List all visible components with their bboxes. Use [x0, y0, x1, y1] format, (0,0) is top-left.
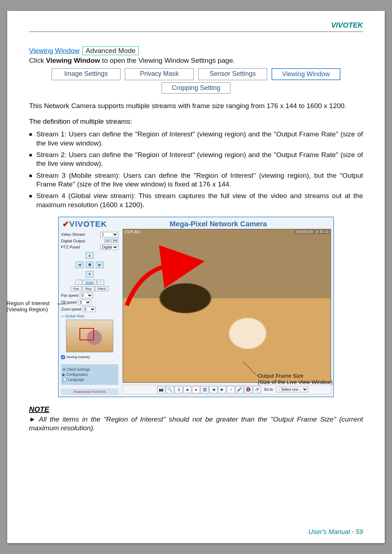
brand: VIVOTEK: [331, 21, 363, 29]
definition-title: The definition of multiple streams:: [29, 118, 363, 126]
ptz-home-button[interactable]: ⬢: [86, 262, 94, 268]
manual-page: VIVOTEK Viewing Window Advanced Mode Cli…: [7, 11, 385, 543]
camera-title: Mega-Pixel Network Camera: [107, 220, 330, 228]
mute-button[interactable]: 🔇: [244, 386, 252, 393]
menu-language[interactable]: 💬 Language: [62, 378, 117, 382]
camera-sidebar: Video Stream 1 Digital Output On Off PTZ…: [59, 229, 121, 397]
note-body: All the items in the "Region of Interest…: [29, 415, 363, 432]
viewing-window-link[interactable]: Viewing Window: [29, 47, 79, 55]
zoom-out-button[interactable]: −: [75, 280, 82, 285]
roi-indicator[interactable]: [79, 328, 94, 340]
image-button[interactable]: 🖼: [201, 386, 209, 393]
moving-instantly-checkbox[interactable]: Moving Instantly: [61, 355, 118, 359]
goto-select[interactable]: -- Select one --: [276, 387, 308, 392]
note-heading: NOTE: [29, 405, 363, 414]
instruction-line: Click Viewing Window to open the Viewing…: [29, 57, 363, 65]
tab-image-settings[interactable]: Image Settings: [52, 68, 121, 80]
zoom-label: Zoom: [83, 280, 96, 285]
zoom-in-button[interactable]: +: [97, 280, 104, 285]
ptz-left-button[interactable]: ◀: [75, 262, 83, 268]
stream-protocol-badge: (TCP-AV): [124, 230, 140, 234]
snapshot-button[interactable]: 📷: [157, 386, 165, 393]
record-button[interactable]: ●: [192, 386, 200, 393]
goto-label: Go to: [264, 387, 273, 391]
instruction-pre: Click: [29, 57, 46, 64]
roi-arrow-icon: [127, 255, 185, 311]
video-stream-label: Video Stream: [61, 232, 85, 237]
camera-main-view: (TCP-AV) 2009/05/08 18:45:43 📷 🔍 ⏸ ■: [121, 229, 333, 397]
next-button[interactable]: ▶: [218, 386, 226, 393]
stream-definitions: Stream 1: Users can define the "Region o…: [29, 127, 363, 209]
moving-instantly-label: Moving Instantly: [66, 355, 90, 359]
ptz-right-button[interactable]: ▶: [96, 262, 104, 268]
page-header: VIVOTEK: [29, 21, 363, 32]
global-view-label: ⤾ Global View:: [61, 314, 118, 318]
mic-button[interactable]: 🎤: [236, 386, 244, 393]
stream-3-def: Stream 3 (Mobile stream): Users can defi…: [29, 171, 363, 189]
moving-instantly-input[interactable]: [61, 355, 65, 359]
ptz-panel-select[interactable]: Digital: [100, 245, 118, 250]
ptz-up-button[interactable]: ▲: [86, 252, 94, 259]
ptz-down-button[interactable]: ▼: [86, 271, 94, 278]
settings-tabs: Image Settings Privacy Mask Sensor Setti…: [29, 68, 363, 94]
menu-client-settings[interactable]: ⚙ Client Settings: [62, 368, 117, 372]
roi-annotation: Region of Interest (Viewing Region): [7, 300, 57, 312]
tilt-speed-select[interactable]: 0: [78, 300, 91, 305]
footer-label: User's Manual -: [308, 528, 355, 535]
stream-4-def: Stream 4 (Global view stream): This stre…: [29, 192, 363, 209]
prev-button[interactable]: ◀: [209, 386, 217, 393]
section-title-row: Viewing Window Advanced Mode: [29, 46, 363, 55]
stop-playback-button[interactable]: ■: [183, 386, 191, 393]
digital-output-label: Digital Output: [61, 239, 85, 243]
tab-privacy-mask[interactable]: Privacy Mask: [125, 68, 194, 80]
powered-by: Powered by VIVOTEK: [61, 389, 118, 395]
patrol-button[interactable]: Patrol: [95, 286, 109, 291]
instruction-post: to open the Viewing Window Settings page…: [100, 57, 235, 64]
tab-viewing-window[interactable]: Viewing Window: [271, 68, 340, 80]
pause-button[interactable]: ⏸: [175, 386, 183, 393]
side-menu: ⚙ Client Settings ▶ Configuration 💬 Lang…: [61, 364, 118, 385]
do-on[interactable]: On: [104, 239, 111, 243]
pan-button[interactable]: Pan: [71, 286, 82, 291]
stop-button[interactable]: Stop: [82, 286, 94, 291]
fullscreen-button[interactable]: ⤢: [227, 386, 235, 393]
digital-output-toggle[interactable]: On Off: [104, 239, 118, 243]
player-toolbar: 📷 🔍 ⏸ ■ ● 🖼 ◀ ▶ ⤢ 🎤 🔇 🗗 Go to -- Select …: [123, 385, 331, 394]
pan-speed-select[interactable]: 0: [80, 293, 93, 298]
tab-cropping-setting[interactable]: Cropping Setting: [162, 82, 230, 94]
camera-web-ui: ✔VIVOTEK Mega-Pixel Network Camera Video…: [58, 217, 334, 397]
do-off[interactable]: Off: [111, 239, 118, 243]
page-footer: User's Manual - 59: [29, 521, 363, 536]
advanced-mode-badge: Advanced Mode: [82, 46, 139, 55]
ptz-panel-label: PTZ Panel: [61, 245, 80, 249]
stream-2-def: Stream 2: Users can define the "Region o…: [29, 151, 363, 168]
zoom-speed-select[interactable]: 0: [83, 307, 96, 312]
footer-page-number: 59: [356, 528, 363, 535]
zoom-speed-label: Zoom speed: [61, 307, 81, 311]
live-video-frame[interactable]: (TCP-AV) 2009/05/08 18:45:43: [123, 229, 331, 383]
tab-sensor-settings[interactable]: Sensor Settings: [198, 68, 267, 80]
tilt-speed-label: Tilt speed: [61, 300, 77, 304]
zoom-button[interactable]: 🔍: [166, 386, 174, 393]
window-button[interactable]: 🗗: [253, 386, 261, 393]
pan-speed-label: Pan speed: [61, 294, 78, 297]
video-stream-select[interactable]: 1: [100, 232, 118, 237]
camera-logo: ✔VIVOTEK: [62, 219, 107, 229]
menu-configuration[interactable]: ▶ Configuration: [62, 373, 117, 377]
video-timestamp: 2009/05/08 18:45:43: [294, 230, 329, 234]
instruction-bold: Viewing Window: [46, 57, 100, 64]
global-view-thumbnail[interactable]: [66, 320, 113, 352]
stream-1-def: Stream 1: Users can define the "Region o…: [29, 130, 363, 148]
ptz-arrow-pad: ▲ ◀ ⬢ ▶ ▼: [73, 252, 106, 278]
intro-paragraph: This Network Camera supports multiple st…: [29, 102, 363, 110]
